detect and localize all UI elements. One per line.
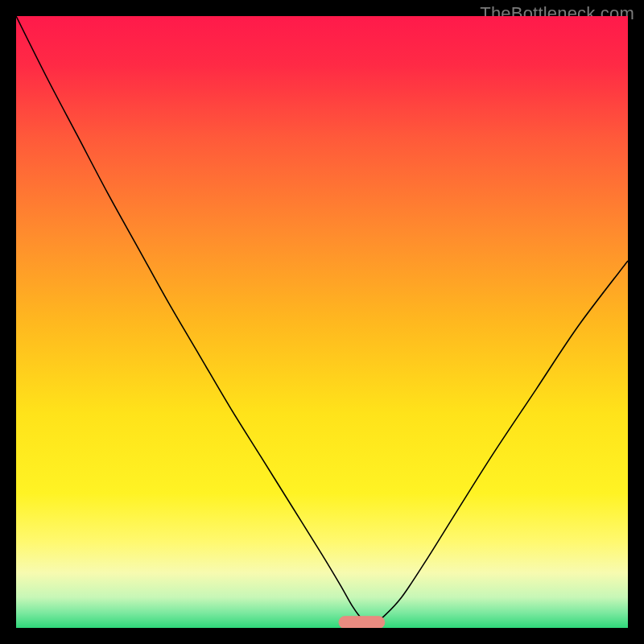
bottleneck-plot — [16, 16, 628, 628]
gradient-background — [16, 16, 628, 628]
optimal-point-marker — [339, 617, 385, 628]
chart-frame: TheBottleneck.com — [0, 0, 644, 644]
